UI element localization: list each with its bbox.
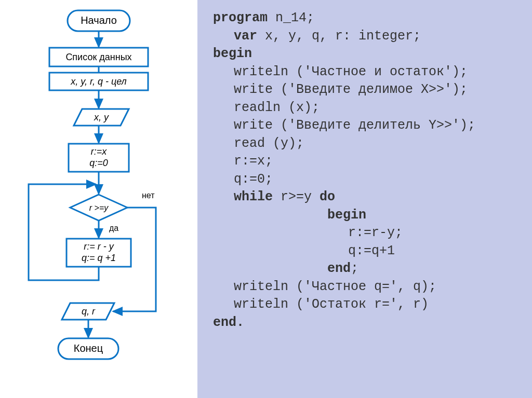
- init-l2: q:=0: [89, 158, 108, 168]
- code-line: read (y);: [213, 135, 527, 153]
- init-l1: r:=x: [91, 146, 108, 157]
- code-line: while r>=y do: [213, 188, 527, 207]
- code-line: writeln ('Частное и остаток');: [213, 63, 527, 81]
- code-line: q:=q+1: [213, 242, 527, 260]
- kw-while: while: [234, 189, 273, 204]
- start-label: Начало: [81, 15, 117, 26]
- body-l2: q:= q +1: [82, 253, 116, 263]
- code-text: q:=0;: [213, 171, 273, 189]
- code-line: end;: [213, 260, 527, 278]
- node-init: r:=x q:=0: [69, 144, 129, 172]
- node-end: Конец: [58, 338, 118, 359]
- code-text: write ('Введите делимое X>>');: [213, 81, 468, 99]
- flowchart-panel: Начало Список данных x, y, r, q - цел x,…: [0, 0, 197, 398]
- cond-yes: да: [109, 224, 118, 232]
- datalist-vars: x, y, r, q - цел: [70, 76, 127, 87]
- node-output: q, r: [62, 303, 114, 320]
- code-text: r>=y: [273, 189, 320, 204]
- cond-no: нет: [142, 191, 155, 200]
- code-line: var x, y, q, r: integer;: [213, 28, 527, 46]
- code-line: begin: [213, 207, 527, 225]
- end-label: Конец: [74, 342, 103, 354]
- code-line: readln (x);: [213, 99, 527, 117]
- code-line: writeln ('Частное q=', q);: [213, 278, 527, 296]
- code-text: readln (x);: [213, 99, 320, 117]
- kw-program: program: [213, 10, 268, 25]
- kw-end: end.: [213, 315, 244, 330]
- code-text: writeln ('Частное q=', q);: [213, 278, 436, 296]
- code-line: program n_14;: [213, 9, 527, 28]
- node-start: Начало: [68, 10, 130, 31]
- flowchart-svg: Начало Список данных x, y, r, q - цел x,…: [0, 0, 197, 398]
- code-line: end.: [213, 314, 527, 332]
- code-text: writeln ('Остаток r=', r): [213, 296, 429, 314]
- node-input: x, y: [74, 109, 129, 126]
- code-text: writeln ('Частное и остаток');: [213, 63, 468, 81]
- node-body: r:= r - y q:= q +1: [66, 239, 131, 267]
- page: Начало Список данных x, y, r, q - цел x,…: [0, 0, 532, 398]
- code-line: write ('Введите делитель Y>>');: [213, 117, 527, 135]
- cond-label: r >=y: [89, 203, 109, 212]
- code-line: r:=r-y;: [213, 224, 527, 242]
- output-label: q, r: [82, 306, 96, 317]
- code-text: read (y);: [213, 135, 304, 153]
- kw-begin: begin: [213, 46, 252, 61]
- code-line: r:=x;: [213, 153, 527, 171]
- code-panel: program n_14; var x, y, q, r: integer; b…: [197, 0, 532, 398]
- code-text: n_14;: [268, 10, 314, 25]
- kw-do: do: [320, 189, 335, 204]
- kw-var: var: [234, 29, 257, 44]
- code-text: x, y, q, r: integer;: [257, 29, 421, 44]
- code-line: write ('Введите делимое X>>');: [213, 81, 527, 99]
- code-line: writeln ('Остаток r=', r): [213, 296, 527, 314]
- datalist-title: Список данных: [65, 52, 131, 62]
- code-text: write ('Введите делитель Y>>');: [213, 117, 475, 135]
- node-decision: r >=y: [70, 195, 127, 221]
- code-line: begin: [213, 45, 527, 63]
- kw-begin-inner: begin: [213, 207, 366, 225]
- input-label: x, y: [94, 112, 109, 122]
- kw-end-inner: end: [327, 261, 351, 276]
- body-l1: r:= r - y: [84, 241, 114, 252]
- code-line: q:=0;: [213, 171, 527, 189]
- code-text: r:=r-y;: [213, 224, 403, 242]
- code-text: q:=q+1: [213, 242, 395, 260]
- code-text: ;: [351, 261, 358, 276]
- code-text: r:=x;: [213, 153, 273, 171]
